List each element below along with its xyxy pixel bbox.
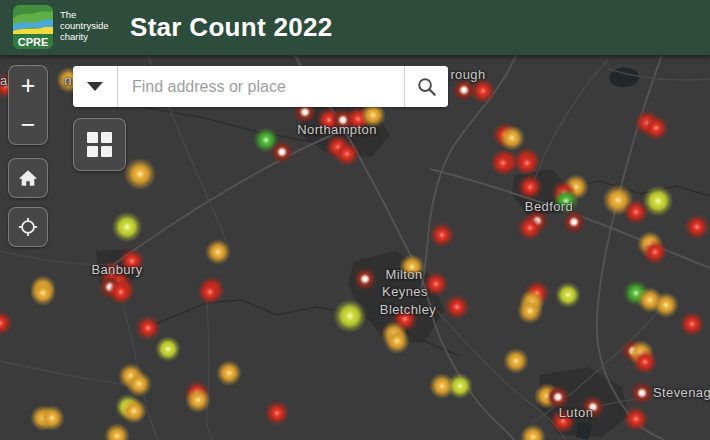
map-place-label: Northampton — [297, 122, 377, 137]
map-place-label: Bedford — [525, 199, 573, 214]
zoom-widget: + − — [8, 65, 48, 145]
svg-text:CPRE: CPRE — [18, 36, 49, 48]
map-labels-layer: NorthamptonBedfordMiltonKeynesBletchleyB… — [0, 55, 710, 440]
zoom-out-button[interactable]: − — [9, 105, 47, 144]
map-place-label: a — [0, 73, 8, 88]
map-canvas[interactable]: NorthamptonBedfordMiltonKeynesBletchleyB… — [0, 55, 710, 440]
locate-button[interactable] — [8, 207, 48, 247]
zoom-in-button[interactable]: + — [9, 66, 47, 105]
search-input[interactable] — [118, 66, 404, 107]
map-place-label: Bletchley — [380, 302, 436, 317]
search-source-dropdown[interactable] — [73, 66, 117, 107]
search-widget — [73, 66, 448, 107]
map-place-label: Stevenage — [653, 385, 710, 400]
home-icon — [14, 164, 42, 192]
locate-icon — [14, 213, 42, 241]
basemap-gallery-button[interactable] — [73, 118, 126, 171]
search-icon — [414, 74, 440, 100]
home-button[interactable] — [8, 158, 48, 198]
search-button[interactable] — [405, 66, 448, 107]
logo-tagline: The countryside charity — [60, 9, 109, 42]
page-title: Star Count 2022 — [130, 0, 332, 55]
chevron-down-icon — [87, 82, 103, 91]
map-place-label: n — [64, 73, 72, 88]
star-count-app: NorthamptonBedfordMiltonKeynesBletchleyB… — [0, 0, 710, 440]
app-header: CPRE The countryside charity Star Count … — [0, 0, 710, 55]
cpre-logo: CPRE — [13, 5, 53, 49]
map-place-label: Keynes — [382, 284, 428, 299]
map-place-label: Milton — [385, 267, 422, 282]
map-place-label: rough — [450, 67, 485, 82]
basemap-grid-icon — [87, 132, 112, 157]
cpre-logo-graphic: CPRE — [13, 5, 53, 49]
map-place-label: Banbury — [91, 262, 142, 277]
map-place-label: Luton — [559, 405, 594, 420]
